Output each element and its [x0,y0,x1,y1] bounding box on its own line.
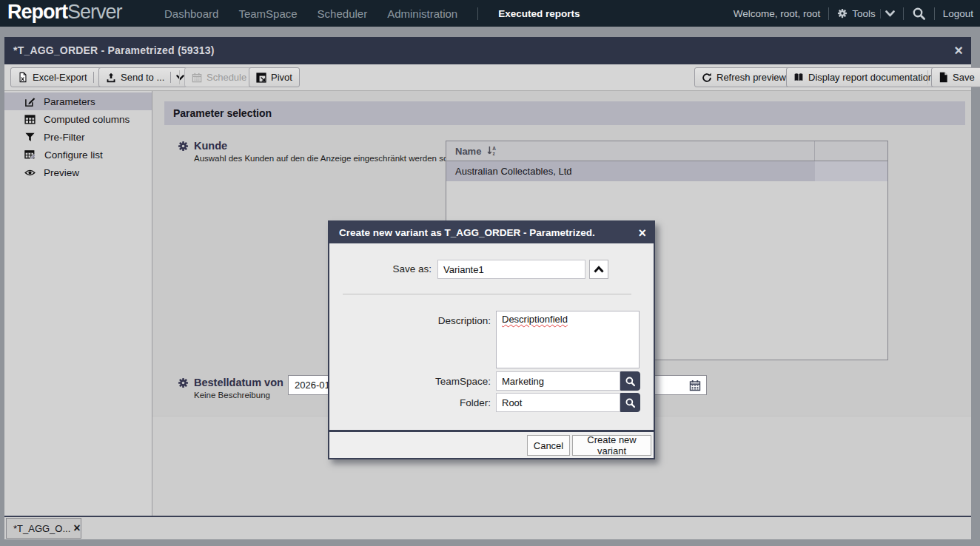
logo-bold: Report [7,1,67,23]
bestelldatum-parameter-description: Keine Beschreibung [194,391,283,400]
report-titlebar: *T_AGG_ORDER - Parametrized (59313) × [4,37,971,64]
nav-executed-reports[interactable]: Executed reports [498,8,580,19]
cancel-button[interactable]: Cancel [527,435,570,456]
sidebar-item-label: Configure list [44,149,103,161]
bottom-tab-bar: *T_AGG_O... × [4,517,971,539]
row-filler-cell [815,161,887,181]
sort-alpha-down-icon: Az [487,146,497,156]
button-divider [170,72,171,83]
save-as-label: Save as: [329,263,432,274]
gear-icon[interactable] [178,377,189,388]
close-report-icon[interactable]: × [954,37,963,64]
sidebar-item-configure-list[interactable]: Configure list [4,146,152,164]
folder-search-button[interactable] [620,393,640,412]
description-label: Description: [329,315,491,326]
report-sidebar: Parameters Computed columns Pre-Filter C… [4,91,152,516]
send-to-label: Send to ... [121,72,164,83]
pivot-label: Pivot [271,72,292,83]
send-to-button[interactable]: Send to ... [98,67,192,87]
calendar-icon[interactable] [689,380,701,391]
name-column-label: Name [455,146,481,157]
tab-close-icon[interactable]: × [73,522,80,534]
header-separator [903,7,904,20]
reportserver-logo[interactable]: ReportServer [7,1,122,24]
teamspace-input[interactable] [496,371,620,391]
report-tab-label: *T_AGG_O... [13,523,70,534]
search-icon [625,397,636,408]
sidebar-item-preview[interactable]: Preview [4,164,152,181]
nav-scheduler[interactable]: Scheduler [318,7,368,20]
refresh-icon [702,73,712,83]
gear-icon[interactable] [178,141,189,152]
name-column-header[interactable]: Name Az [446,141,815,161]
book-icon [793,73,804,82]
sidebar-item-label: Computed columns [44,114,130,125]
kunde-table-header: Name Az [446,141,887,161]
table-row[interactable]: Australian Collectables, Ltd [446,161,887,181]
parameter-selection-header: Parameter selection [164,101,965,125]
save-button[interactable]: Save [931,67,980,87]
sidebar-item-computed-columns[interactable]: Computed columns [4,110,152,128]
kunde-parameter-name: Kunde [194,140,452,152]
header-right: Welcome, root, root Tools [734,0,973,27]
create-new-variant-button[interactable]: Create new variant [572,435,651,456]
schedule-button[interactable]: Schedule [184,67,254,87]
dialog-footer: Cancel Create new variant [329,432,654,458]
nav-separator [477,7,478,20]
button-divider [93,72,94,83]
save-as-input[interactable] [437,260,585,279]
nav-administration[interactable]: Administration [387,7,457,20]
eye-icon [24,167,36,178]
filter-icon [24,132,36,143]
tools-label: Tools [852,8,876,19]
schedule-label: Schedule [207,72,246,83]
empty-column-header [815,141,887,161]
description-text: Descriptionfield [502,314,568,325]
main-nav: Dashboard TeamSpace Scheduler Administra… [164,0,580,27]
bestelldatum-parameter-name: Bestelldatum von [194,377,283,388]
chevron-up-icon [593,266,605,274]
calendar-icon [192,73,202,83]
collapse-button[interactable] [589,260,608,279]
bestelldatum-parameter-header: Bestelldatum von Keine Beschreibung [178,377,283,400]
refresh-preview-button[interactable]: Refresh preview [694,67,793,87]
app-header: ReportServer Dashboard TeamSpace Schedul… [0,0,980,27]
dialog-header[interactable]: Create new variant as T_AGG_ORDER - Para… [329,222,654,243]
tools-menu[interactable]: Tools [837,8,895,19]
excel-file-icon [18,72,28,83]
toolbar-separator [179,70,180,84]
save-file-icon [939,72,948,83]
table-edit-icon [24,149,36,161]
customer-name-cell[interactable]: Australian Collectables, Ltd [446,161,815,181]
folder-input[interactable] [496,393,620,412]
pivot-button[interactable]: Pivot [249,67,300,87]
header-separator [934,7,935,20]
chevron-down-icon[interactable] [176,75,184,81]
teamspace-search-button[interactable] [620,371,640,391]
search-icon [625,376,636,387]
display-documentation-button[interactable]: Display report documentation [786,67,941,87]
folder-label: Folder: [329,397,491,408]
edit-icon [24,96,36,107]
report-toolbar: Excel-Export Send to ... Schedule Pivot [4,64,971,91]
dialog-divider [343,294,631,294]
sidebar-item-parameters[interactable]: Parameters [4,92,152,110]
upload-icon [106,73,116,83]
tools-divider [880,9,881,18]
description-textarea[interactable]: Descriptionfield [496,311,640,368]
display-documentation-label: Display report documentation [808,72,933,83]
logout-link[interactable]: Logout [943,8,973,19]
sidebar-item-label: Parameters [44,96,95,107]
search-icon[interactable] [912,7,926,21]
report-tab[interactable]: *T_AGG_O... × [6,518,81,539]
pivot-icon [256,73,266,83]
gear-icon [837,8,848,18]
toolbar-separator [927,70,928,84]
create-variant-dialog: Create new variant as T_AGG_ORDER - Para… [328,220,655,459]
dialog-close-icon[interactable]: × [638,226,646,240]
nav-dashboard[interactable]: Dashboard [164,7,218,20]
nav-teamspace[interactable]: TeamSpace [238,7,297,20]
excel-export-label: Excel-Export [33,72,87,83]
sidebar-item-pre-filter[interactable]: Pre-Filter [4,128,152,146]
refresh-preview-label: Refresh preview [716,72,786,83]
